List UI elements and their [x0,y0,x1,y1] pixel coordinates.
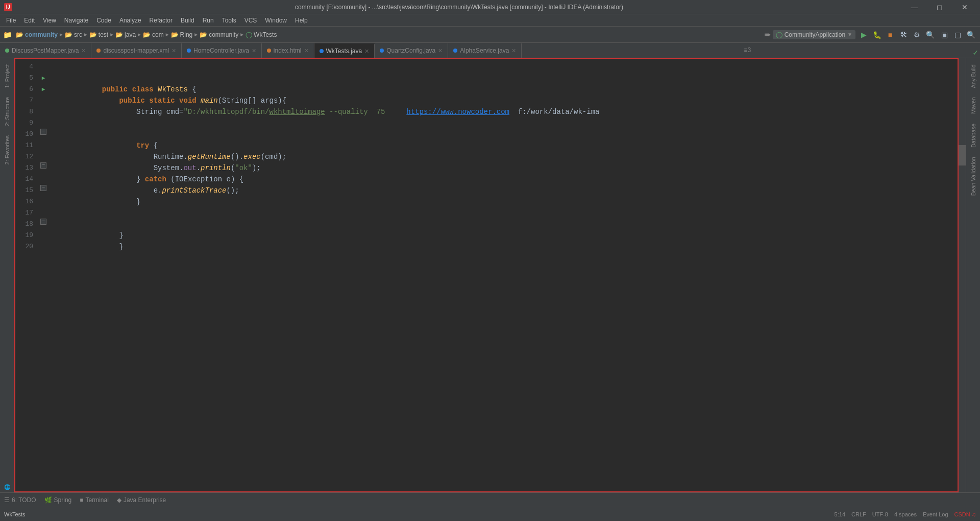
menu-navigate[interactable]: Navigate [60,16,92,25]
status-eventlog[interactable]: Event Log [923,511,948,517]
run-config-dropdown-icon[interactable]: ▼ [847,32,852,37]
menu-file[interactable]: File [2,16,20,25]
scrollbar-thumb[interactable] [959,145,966,165]
bottom-todo[interactable]: ☰ 6: TODO [4,496,36,504]
code-line-9: 9 [15,117,958,129]
breadcrumb-src[interactable]: 📂 src [65,31,82,38]
line-num-4: 4 [15,61,38,73]
status-filename: WkTests [4,511,26,517]
tab-wktests[interactable]: WkTests.java ✕ [314,43,375,58]
tab-indexhtml[interactable]: index.html ✕ [262,43,314,58]
search-button[interactable]: 🔍 [924,29,936,41]
breadcrumb-wktests[interactable]: ◯ WkTests [246,31,277,38]
sidebar-structure[interactable]: 2: Structure [3,93,11,130]
breadcrumb-com[interactable]: 📂 com [143,31,164,38]
tab-discusspostmapperxml[interactable]: discusspost-mapper.xml ✕ [91,43,182,58]
status-position[interactable]: 5:14 [835,511,845,517]
tab-close-homecontroller[interactable]: ✕ [252,48,256,54]
fold-icon-13[interactable]: − [40,162,46,169]
right-panel-beanvalidation[interactable]: Bean Validation [969,153,977,200]
run-button[interactable]: ▶ [857,29,870,41]
layout-button[interactable]: ▢ [951,29,964,41]
tab-discusspostmapper[interactable]: DiscussPostMapper.java ✕ [0,43,91,58]
close-button[interactable]: ✕ [953,0,976,14]
tab-label-homecontroller: HomeController.java [193,47,249,54]
tab-close-discusspostmapper[interactable]: ✕ [81,48,86,54]
sidebar-favorites[interactable]: 2: Favorites [3,131,11,169]
tab-close-alphaservice[interactable]: ✕ [511,48,516,54]
tab-homecontroller[interactable]: HomeController.java ✕ [182,43,262,58]
window-controls[interactable]: — ◻ ✕ [903,0,976,14]
menu-refactor[interactable]: Refactor [145,16,177,25]
line-gutter-15[interactable]: − [38,185,48,191]
right-panel-maven[interactable]: Maven [969,93,977,118]
code-editor[interactable]: 4 5 ▶ public class WkTests { 6 [14,58,959,492]
tab-close-wktests[interactable]: ✕ [364,48,369,55]
code-line-11: 11 Runtime.getRuntime().exec(cmd); [15,140,958,151]
menu-code[interactable]: Code [92,16,115,25]
nav-back-icon[interactable]: ➠ [764,30,771,39]
settings-button[interactable]: ⚙ [911,29,923,41]
maximize-button[interactable]: ◻ [928,0,951,14]
line-num-11: 11 [15,140,38,151]
run-config[interactable]: ◯ CommunityApplication ▼ [773,30,855,39]
expand-button[interactable]: ▣ [938,29,950,41]
bottom-terminal[interactable]: ■ Terminal [80,496,109,504]
fold-icon-10[interactable]: − [40,129,46,135]
line-gutter-10[interactable]: − [38,129,48,135]
app-icon: IJ [4,3,12,11]
fold-icon-18[interactable]: − [40,219,46,225]
run-gutter-icon-6[interactable]: ▶ [42,84,45,95]
right-panel-database[interactable]: Database [969,120,977,152]
menu-vcs[interactable]: VCS [240,16,261,25]
breadcrumb-community2[interactable]: 📂 community [200,31,238,38]
sidebar-project[interactable]: 1: Project [3,60,11,92]
sidebar-web[interactable]: 🌐 [4,484,10,490]
status-encoding[interactable]: UTF-8 [872,511,888,517]
right-panel-build[interactable]: Any Build [969,60,977,92]
editor-scrollbar[interactable] [959,58,966,492]
line-gutter-13[interactable]: − [38,162,48,169]
line-gutter-5[interactable]: ▶ [38,73,48,84]
tab-close-xml[interactable]: ✕ [172,48,176,54]
line-gutter-6[interactable]: ▶ [38,84,48,95]
menu-analyze[interactable]: Analyze [115,16,145,25]
fold-icon-15[interactable]: − [40,185,46,191]
line-num-10: 10 [15,129,38,140]
code-line-13: 13 − } catch (IOException e) { [15,162,958,174]
build-button[interactable]: 🛠 [897,29,910,41]
code-line-15: 15 − } [15,185,958,196]
menu-bar: File Edit View Navigate Code Analyze Ref… [0,14,980,27]
right-sidebar: Any Build Maven Database Bean Validation [966,58,980,492]
status-indent[interactable]: 4 spaces [894,511,917,517]
tabs-overflow[interactable]: ≡3 [740,47,755,54]
breadcrumb-community[interactable]: 📂 community [16,31,58,38]
menu-window[interactable]: Window [261,16,291,25]
breadcrumb-test[interactable]: 📂 test [89,31,108,38]
breadcrumb-java[interactable]: 📂 java [115,31,136,38]
menu-edit[interactable]: Edit [20,16,39,25]
stop-button[interactable]: ■ [884,29,896,41]
tab-alphaservice[interactable]: AlphaService.java ✕ [448,43,522,58]
tab-close-quartzconfig[interactable]: ✕ [438,48,443,54]
status-linesep[interactable]: CRLF [851,511,866,517]
breadcrumb-ring[interactable]: 📂 Ring [171,31,193,38]
status-right: 5:14 CRLF UTF-8 4 spaces Event Log CSDN … [835,511,976,517]
status-bar: WkTests 5:14 CRLF UTF-8 4 spaces Event L… [0,507,980,521]
run-gutter-icon-5[interactable]: ▶ [42,73,45,84]
more-button[interactable]: 🔍 [965,29,977,41]
tab-quartzconfig[interactable]: QuartzConfig.java ✕ [375,43,448,58]
tab-label-html: index.html [274,47,302,54]
line-num-16: 16 [15,196,38,207]
menu-help[interactable]: Help [291,16,312,25]
menu-build[interactable]: Build [177,16,199,25]
tab-close-html[interactable]: ✕ [304,48,309,54]
debug-button[interactable]: 🐛 [871,29,883,41]
bottom-java-enterprise[interactable]: ◆ Java Enterprise [117,496,166,504]
minimize-button[interactable]: — [903,0,926,14]
menu-run[interactable]: Run [199,16,218,25]
menu-tools[interactable]: Tools [218,16,240,25]
menu-view[interactable]: View [39,16,60,25]
line-gutter-18[interactable]: − [38,219,48,225]
bottom-spring[interactable]: 🌿 Spring [44,496,72,504]
